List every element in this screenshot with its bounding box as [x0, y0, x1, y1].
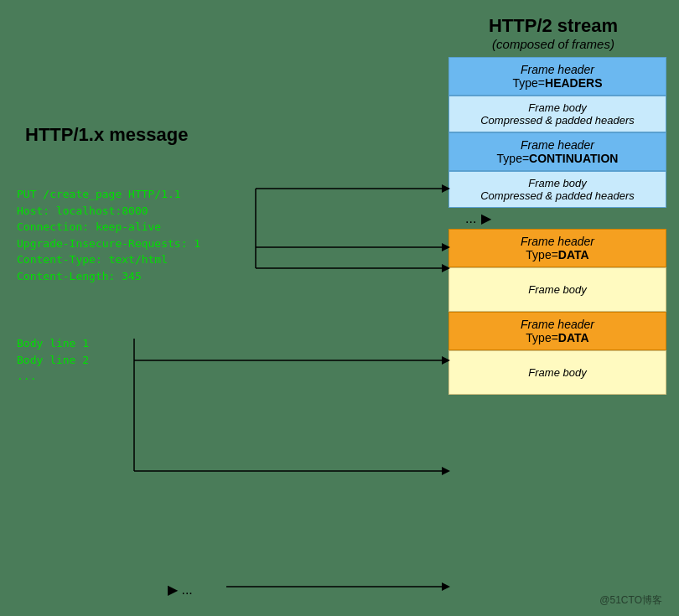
frame1-body-label: Frame body [458, 101, 657, 114]
frame3-body-label: Frame body [458, 283, 657, 296]
http1-body-line3: ... [17, 368, 89, 385]
http1-body-line2: Body line 2 [17, 352, 89, 369]
frame2-header-label: Frame header [458, 138, 657, 152]
http1-headers: PUT /create_page HTTP/1.1 Host: localhos… [17, 186, 200, 284]
frame2-body: Frame body Compressed & padded headers [448, 171, 666, 208]
frames-container: Frame header Type=HEADERS Frame body Com… [448, 57, 666, 395]
frame1-header: Frame header Type=HEADERS [448, 57, 666, 96]
svg-marker-13 [442, 467, 450, 475]
dots-1-text: ... [465, 211, 476, 226]
dots-separator-1: ... ▶ [465, 210, 666, 226]
svg-marker-15 [442, 582, 450, 591]
http1-title: HTTP/1.x message [25, 124, 188, 146]
frame2-body-sub: Compressed & padded headers [458, 189, 657, 202]
frame3-header: Frame header Type=DATA [448, 229, 666, 267]
frame4-type: Type=DATA [458, 331, 657, 344]
http1-header-line1: PUT /create_page HTTP/1.1 [17, 186, 200, 203]
http1-header-line6: Content-Length: 345 [17, 268, 200, 285]
bottom-dots: ▶ ... [168, 582, 193, 598]
watermark: @51CTO博客 [599, 593, 662, 608]
frame1-header-label: Frame header [458, 63, 657, 76]
frame3-type: Type=DATA [458, 248, 657, 261]
http1-body: Body line 1 Body line 2 ... [17, 335, 89, 385]
frame4-body: Frame body [448, 350, 666, 395]
http1-header-line5: Content-Type: text/html [17, 251, 200, 268]
http2-title-main: HTTP/2 stream [444, 15, 662, 37]
frame2-type: Type=CONTINUATION [458, 152, 657, 165]
http2-title: HTTP/2 stream (composed of frames) [444, 15, 662, 51]
arrow-right-1: ▶ [481, 210, 491, 226]
bottom-dots-text: ▶ ... [168, 582, 193, 597]
frame3-header-label: Frame header [458, 235, 657, 248]
http1-header-line2: Host: localhost:8000 [17, 203, 200, 220]
frame1-body-sub: Compressed & padded headers [458, 114, 657, 127]
frame3-body: Frame body [448, 267, 666, 312]
frame4-header-label: Frame header [458, 318, 657, 331]
frame4-header: Frame header Type=DATA [448, 312, 666, 350]
frame2-body-label: Frame body [458, 177, 657, 189]
http1-header-line4: Upgrade-Insecure-Requests: 1 [17, 236, 200, 252]
frame2-header: Frame header Type=CONTINUATION [448, 132, 666, 171]
frame1-type: Type=HEADERS [458, 76, 657, 90]
frame1-body: Frame body Compressed & padded headers [448, 96, 666, 132]
frame4-body-label: Frame body [458, 366, 657, 379]
http1-header-line3: Connection: keep-alive [17, 219, 200, 236]
http2-title-sub: (composed of frames) [444, 37, 662, 51]
http1-body-line1: Body line 1 [17, 335, 89, 352]
